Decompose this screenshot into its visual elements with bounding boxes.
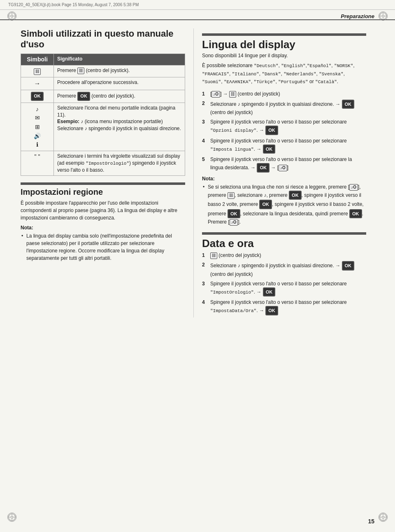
- corner-mark-tl: [7, 12, 16, 21]
- da-step-text: Spingere il joystick verso l'alto o vers…: [210, 280, 366, 297]
- ok-icon-s3: OK: [265, 126, 278, 135]
- step-2: 2 Selezionare ♪ spingendo il joystick in…: [202, 100, 366, 117]
- ok-icon: OK: [31, 92, 44, 100]
- section-divider-right-1: [202, 33, 366, 36]
- impostazioni-title: Impostazioni regione: [21, 187, 185, 197]
- meaning-cell-1: Premere ☷ (centro del joystick).: [54, 65, 185, 77]
- meaning-cell-4: Selezionare l'icona del menu portatile i…: [54, 103, 185, 151]
- grid-icon: ⊞: [35, 123, 40, 131]
- step-text: Spingere il joystick verso l'alto o vers…: [210, 156, 366, 173]
- nota-item-1: La lingua del display cambia solo (nell'…: [21, 232, 185, 262]
- svg-point-7: [382, 15, 384, 17]
- menu-icon-s1: ☷: [229, 91, 236, 98]
- da-step-text: ☷ (centro del joystick): [210, 252, 261, 259]
- or-text: or: [309, 79, 314, 84]
- step-4: 4 Spingere il joystick verso l'alto o ve…: [202, 137, 366, 154]
- envelope-icon: ✉: [35, 114, 40, 122]
- power-icon-nota: ♪O: [349, 184, 358, 191]
- da-step-text: Selezionare ♪ spingendo il joystick in q…: [210, 261, 366, 278]
- ok-icon-s5: OK: [257, 163, 270, 173]
- ok-icon-inline: OK: [77, 92, 90, 100]
- step-3: 3 Spingere il joystick verso l'alto o ve…: [202, 118, 366, 135]
- nota-label-right: Nota:: [202, 176, 366, 182]
- menu-icon-inline: ☷: [77, 68, 84, 74]
- section-divider-1: [21, 182, 185, 185]
- file-info-bar: TG9120_40_50EX(jt-jt).book Page 15 Monda…: [0, 0, 395, 10]
- ok-da2: OK: [342, 261, 355, 271]
- dastep-1: 1 ☷ (centro del joystick): [202, 252, 366, 259]
- step-5: 5 Spingere il joystick verso l'alto o ve…: [202, 156, 366, 173]
- symbol-cell-menu: ☷: [21, 65, 54, 77]
- ok-da4: OK: [265, 306, 278, 315]
- symbol-cell-icons: ♪ ✉ ⊞ 🔊 ℹ: [21, 103, 54, 151]
- ok-nota4: OK: [349, 209, 362, 219]
- da-step-num: 1: [202, 252, 208, 259]
- nota-label-1: Nota:: [21, 225, 185, 231]
- meaning-cell-2: Procedere all'operazione successiva.: [54, 77, 185, 90]
- right-column: Lingua del display Sono disponibili 14 l…: [193, 28, 366, 317]
- quotes-icon: " ": [35, 153, 40, 160]
- dastep-3: 3 Spingere il joystick verso l'alto o ve…: [202, 280, 366, 297]
- music-icon: ♪: [36, 105, 39, 114]
- symbol-cell-ok: OK: [21, 90, 54, 103]
- da-step-num: 3: [202, 280, 208, 297]
- step-num: 3: [202, 118, 208, 135]
- data-ora-title: Data e ora: [202, 237, 366, 250]
- table-row: OK Premere OK (centro del joystick).: [21, 90, 185, 103]
- step-text: Spingere il joystick verso l'alto o vers…: [210, 137, 366, 154]
- table-row: → Procedere all'operazione successiva.: [21, 77, 185, 90]
- step-num: 4: [202, 137, 208, 154]
- step-num: 5: [202, 156, 208, 173]
- power-icon-s5: ♪O: [279, 165, 287, 171]
- ok-icon-s2: OK: [342, 100, 355, 109]
- arrow-icon: →: [34, 80, 41, 87]
- lang-list: È possibile selezionare "Deutsch", "Engl…: [202, 62, 366, 86]
- table-header-significato: Significato: [54, 54, 185, 65]
- corner-mark-tr: [379, 12, 388, 21]
- lingua-subtitle: Sono disponibili 14 lingue per il displa…: [202, 53, 366, 58]
- power-icon-nota2: ♪O: [230, 219, 238, 226]
- corner-mark-bl: [7, 513, 16, 522]
- symbols-table: Simboli Significato ☷ Premere ☷ (centro …: [21, 54, 185, 176]
- step-1: 1 [♪O] → ☷ (centro del joystick): [202, 90, 366, 98]
- data-ora-steps: 1 ☷ (centro del joystick) 2 Selezionare …: [202, 252, 366, 315]
- da-step-num: 4: [202, 299, 208, 315]
- filename-text: TG9120_40_50EX(jt-jt).book Page 15 Monda…: [8, 2, 139, 7]
- corner-mark-br: [379, 513, 388, 522]
- ok-nota3: OK: [228, 209, 240, 219]
- table-row: " " Selezionare i termini fra virgolette…: [21, 151, 185, 175]
- lingua-steps: 1 [♪O] → ☷ (centro del joystick) 2 Selez…: [202, 90, 366, 173]
- table-header-simboli: Simboli: [21, 54, 54, 65]
- step-num: 1: [202, 90, 208, 98]
- info-icon: ℹ: [36, 141, 38, 149]
- symbol-cell-arrow: →: [21, 77, 54, 90]
- page-content: Simboli utilizzati in questo manuale d'u…: [0, 20, 395, 326]
- da-step-text: Spingere il joystick verso l'alto o vers…: [210, 299, 366, 315]
- meaning-cell-5: Selezionare i termini fra virgolette vis…: [54, 151, 185, 175]
- page-number: 15: [368, 518, 374, 525]
- impostazioni-body: È possibile impostare l'apparecchio per …: [21, 199, 185, 222]
- left-column: Simboli utilizzati in questo manuale d'u…: [21, 28, 193, 317]
- section-title: Preparazione: [341, 13, 374, 19]
- ok-icon-s4: OK: [263, 145, 276, 154]
- dastep-4: 4 Spingere il joystick verso l'alto o ve…: [202, 299, 366, 315]
- section-divider-right-2: [202, 232, 366, 235]
- step-text: Spingere il joystick verso l'alto o vers…: [210, 118, 366, 135]
- ok-da3: OK: [263, 287, 276, 297]
- power-icon: ♪O: [211, 91, 220, 98]
- step-num: 2: [202, 100, 208, 117]
- menu-icon: ☷: [34, 68, 41, 75]
- menu-icon-da1: ☷: [210, 252, 217, 259]
- step-text: [♪O] → ☷ (centro del joystick): [210, 90, 280, 98]
- svg-point-19: [382, 516, 384, 518]
- svg-point-13: [11, 516, 13, 518]
- da-step-num: 2: [202, 261, 208, 278]
- nota-item-right: Se si seleziona una lingua che non si ri…: [202, 183, 366, 226]
- meaning-cell-3: Premere OK (centro del joystick).: [54, 90, 185, 103]
- menu-icon-nota: ☷: [228, 192, 235, 199]
- table-row: ♪ ✉ ⊞ 🔊 ℹ Selezionare l'icona del menu p…: [21, 103, 185, 151]
- speaker-icon: 🔊: [34, 132, 41, 140]
- svg-point-1: [11, 15, 13, 17]
- ok-nota2: OK: [259, 200, 272, 209]
- step-text: Selezionare ♪ spingendo il joystick in q…: [210, 100, 366, 117]
